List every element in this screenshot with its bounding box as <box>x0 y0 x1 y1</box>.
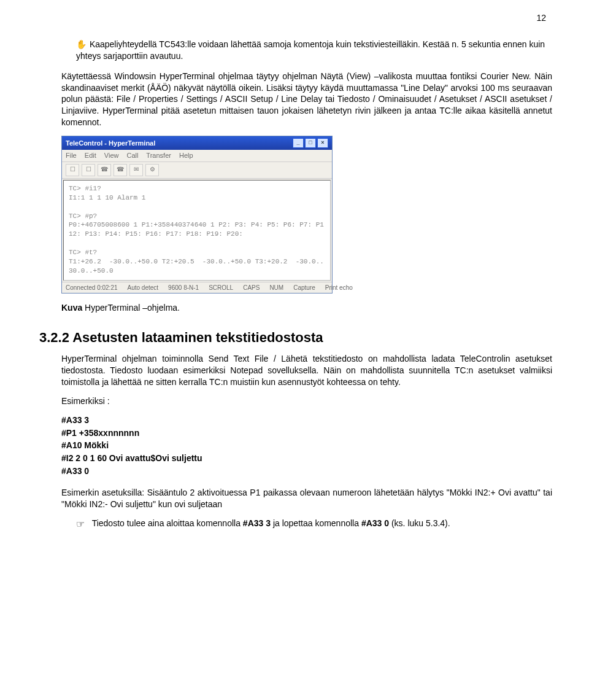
example-label: Esimerkiksi : <box>61 395 552 407</box>
toolbar-call-icon[interactable]: ☎ <box>98 164 111 176</box>
figure-caption: Kuva HyperTerminal –ohjelma. <box>61 302 552 314</box>
hand-icon: ✋ <box>76 39 87 50</box>
footer-cmd2: #A33 0 <box>361 518 389 528</box>
statusbar: Connected 0:02:21 Auto detect 9600 8-N-1… <box>62 282 332 294</box>
close-icon[interactable]: × <box>317 138 328 148</box>
titlebar: TeleControl - HyperTerminal _ □ × <box>62 136 332 150</box>
paragraph-send-text-file: HyperTerminal ohjelman toiminnolla Send … <box>61 353 552 388</box>
toolbar-hangup-icon[interactable]: ☎ <box>114 164 127 176</box>
status-caps: CAPS <box>243 284 260 292</box>
status-num: NUM <box>269 284 283 292</box>
window-title: TeleControl - HyperTerminal <box>66 139 155 148</box>
footer-cmd1: #A33 3 <box>243 518 271 528</box>
pointing-hand-icon: ☞ <box>76 518 90 531</box>
status-baud: 9600 8-N-1 <box>168 284 199 292</box>
example-line: #A33 3 <box>61 414 552 426</box>
status-capture: Capture <box>293 284 315 292</box>
example-line: #A33 0 <box>61 465 552 477</box>
toolbar-new-icon[interactable]: ☐ <box>66 164 79 176</box>
footer-text-post: (ks. luku 5.3.4). <box>391 518 450 528</box>
page-number: 12 <box>61 12 552 24</box>
status-echo: Print echo <box>325 284 353 292</box>
maximize-icon[interactable]: □ <box>305 138 316 148</box>
menubar: File Edit View Call Transfer Help <box>62 150 332 162</box>
caption-label: Kuva <box>61 303 82 313</box>
menu-file[interactable]: File <box>66 152 77 159</box>
terminal-output[interactable]: TC> #i1? I1:1 1 1 10 Alarm 1 TC> #p? P0:… <box>63 180 331 281</box>
menu-view[interactable]: View <box>104 152 119 159</box>
toolbar: ☐ ☐ ☎ ☎ ✉ ⚙ <box>62 162 332 179</box>
status-autodetect: Auto detect <box>128 284 159 292</box>
caption-text: HyperTerminal –ohjelma. <box>82 303 180 313</box>
window-buttons: _ □ × <box>293 138 328 148</box>
toolbar-send-icon[interactable]: ✉ <box>129 164 143 176</box>
hyperterminal-window: TeleControl - HyperTerminal _ □ × File E… <box>61 136 333 294</box>
paragraph-example-explain: Esimerkin asetuksilla: Sisääntulo 2 akti… <box>61 487 552 510</box>
toolbar-props-icon[interactable]: ⚙ <box>145 164 159 176</box>
minimize-icon[interactable]: _ <box>293 138 304 148</box>
footer-text-pre: Tiedosto tulee aina aloittaa komennolla <box>92 518 243 528</box>
callout-file-commands: ☞ Tiedosto tulee aina aloittaa komennoll… <box>76 518 552 531</box>
footer-text-mid: ja lopettaa komennolla <box>273 518 361 528</box>
example-line: #A10 Mökki <box>61 440 552 451</box>
paragraph-hyperterminal-settings: Käytettäessä Windowsin HyperTerminal ohj… <box>61 71 552 128</box>
callout-cable-connection: ✋ Kaapeliyhteydellä TC543:lle voidaan lä… <box>76 39 552 62</box>
menu-help[interactable]: Help <box>179 152 193 159</box>
section-heading: 3.2.2 Asetusten lataaminen tekstitiedost… <box>39 329 552 347</box>
status-scroll: SCROLL <box>209 284 233 292</box>
status-connected: Connected 0:02:21 <box>66 284 118 292</box>
menu-edit[interactable]: Edit <box>85 152 96 159</box>
example-line: #I2 2 0 1 60 Ovi avattu$Ovi suljettu <box>61 453 552 464</box>
menu-transfer[interactable]: Transfer <box>146 152 171 159</box>
example-commands: #A33 3 #P1 +358xxnnnnnn #A10 Mökki #I2 2… <box>61 414 552 477</box>
toolbar-open-icon[interactable]: ☐ <box>82 164 95 176</box>
menu-call[interactable]: Call <box>127 152 139 159</box>
callout-text: Kaapeliyhteydellä TC543:lle voidaan lähe… <box>76 39 545 61</box>
example-line: #P1 +358xxnnnnnn <box>61 427 552 439</box>
